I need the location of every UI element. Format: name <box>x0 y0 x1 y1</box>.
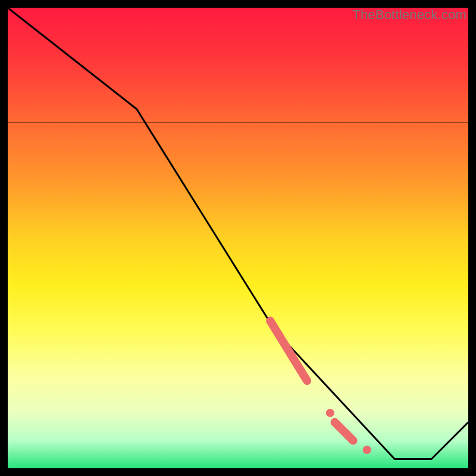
chart-canvas: TheBottleneck.com <box>0 0 476 476</box>
watermark-text: TheBottleneck.com <box>352 7 466 23</box>
highlight-segment <box>335 422 353 441</box>
chart-svg <box>8 8 468 468</box>
highlight-dot <box>326 409 334 417</box>
highlight-segment <box>270 321 307 381</box>
highlight-dot <box>363 446 371 454</box>
plot-area <box>8 8 468 468</box>
series-line <box>8 8 468 459</box>
